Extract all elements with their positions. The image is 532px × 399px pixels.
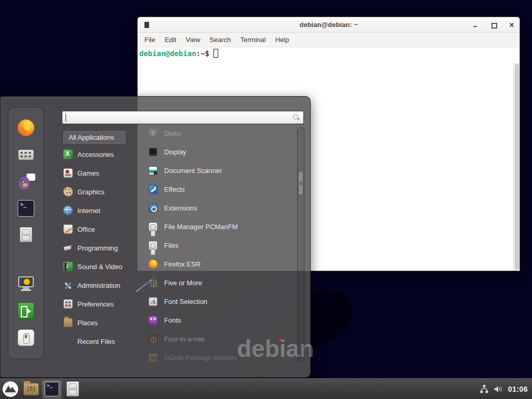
- search-icon: [293, 114, 300, 121]
- terminal-titlebar[interactable]: debian@debian: ~: [138, 17, 520, 33]
- preferences-icon: [63, 299, 73, 309]
- category-programming[interactable]: Programming: [60, 238, 138, 257]
- category-administration[interactable]: Administration: [60, 276, 138, 295]
- prompt-user-host: debian@debian: [139, 49, 196, 58]
- menu-logo-icon: [2, 381, 19, 397]
- menu-terminal[interactable]: Terminal: [236, 33, 271, 47]
- terminal-window-icon: [144, 22, 149, 28]
- search-box[interactable]: [62, 111, 304, 124]
- category-office[interactable]: Office: [60, 220, 138, 238]
- app-font-selection[interactable]: Font Selection: [147, 292, 297, 311]
- category-internet[interactable]: Internet: [60, 201, 138, 220]
- document-scanner-icon: [149, 166, 157, 175]
- category-games[interactable]: Games: [60, 164, 138, 182]
- office-icon: [63, 224, 73, 234]
- file-manager-icon[interactable]: [20, 227, 32, 242]
- display-icon: [149, 148, 157, 156]
- menu-file[interactable]: File: [140, 33, 160, 47]
- menu-scrollbar[interactable]: [297, 127, 304, 362]
- app-five-or-more[interactable]: Five or More: [147, 273, 297, 292]
- app-display[interactable]: Display: [147, 142, 297, 161]
- games-icon: [63, 168, 73, 178]
- terminal-cursor: [214, 49, 218, 58]
- programming-icon: [63, 243, 73, 252]
- administration-icon: [63, 281, 73, 290]
- app-files[interactable]: Files: [147, 236, 297, 255]
- extensions-icon: [149, 204, 157, 212]
- category-accessories[interactable]: Accessories: [60, 145, 138, 164]
- internet-icon: [63, 206, 73, 215]
- search-input[interactable]: [65, 112, 289, 123]
- minimize-icon[interactable]: [472, 21, 479, 29]
- log-out-icon[interactable]: [18, 302, 34, 319]
- terminal-taskbar-button[interactable]: [42, 379, 62, 399]
- firefox-icon: [149, 260, 157, 269]
- firefox-favorite-icon[interactable]: [18, 119, 34, 136]
- terminal-scrollbar[interactable]: [513, 63, 520, 271]
- terminal-favorite-icon[interactable]: [18, 200, 34, 217]
- menu-help[interactable]: Help: [271, 33, 294, 47]
- window-title: debian@debian: ~: [138, 21, 520, 29]
- app-document-scanner[interactable]: Document Scanner: [147, 161, 297, 180]
- folder-d-icon: [D]: [23, 383, 39, 395]
- menu-edit[interactable]: Edit: [160, 33, 181, 47]
- applications-menu: debian All Applications Accessories Game…: [0, 96, 311, 378]
- file-cabinet-button[interactable]: [63, 379, 83, 399]
- taskbar: [D] 01:06: [0, 378, 532, 399]
- monitor-base: [21, 289, 31, 291]
- menu-button[interactable]: [1, 379, 20, 399]
- places-icon: [63, 318, 73, 327]
- font-selection-icon: [149, 297, 157, 306]
- app-gdebi[interactable]: GDebi Package Installer: [147, 348, 297, 367]
- keyboard-icon[interactable]: [18, 147, 34, 163]
- app-fonts[interactable]: Fonts: [147, 311, 297, 329]
- pidgin-bird: [19, 177, 30, 190]
- menu-search[interactable]: Search: [205, 33, 235, 47]
- sound-video-icon: [63, 262, 73, 271]
- monitor: [18, 276, 34, 287]
- all-applications-button[interactable]: All Applications: [62, 130, 127, 145]
- file-manager-d-button[interactable]: [D]: [21, 379, 41, 399]
- file-cabinet-icon: [149, 222, 157, 231]
- lock-screen-icon[interactable]: [18, 275, 34, 292]
- category-sound-video[interactable]: Sound & Video: [60, 257, 138, 276]
- volume-icon[interactable]: [494, 385, 503, 393]
- folder-d-label: [D]: [24, 386, 38, 392]
- app-disks[interactable]: Disks: [147, 124, 297, 142]
- app-extensions[interactable]: Extensions: [147, 198, 297, 217]
- category-graphics[interactable]: Graphics: [60, 182, 138, 201]
- four-in-a-row-icon: [149, 335, 157, 343]
- menu-scrollbar-thumb[interactable]: [298, 171, 303, 195]
- accessories-icon: [63, 150, 73, 159]
- app-four-in-a-row[interactable]: Four-in-a-row: [147, 329, 297, 348]
- category-preferences[interactable]: Preferences: [60, 295, 138, 313]
- graphics-icon: [63, 187, 73, 196]
- file-cabinet-icon: [66, 381, 79, 396]
- app-firefox-esr[interactable]: Firefox ESR: [147, 255, 297, 273]
- prompt-line: debian@debian:~$: [139, 49, 218, 58]
- terminal-scrollbar-thumb[interactable]: [515, 64, 519, 270]
- network-icon[interactable]: [480, 384, 489, 393]
- shut-down-icon[interactable]: [18, 329, 34, 346]
- recent-files[interactable]: Recent Files: [77, 332, 115, 351]
- app-file-manager-pcmanfm[interactable]: File Manager PCManFM: [147, 217, 297, 236]
- gdebi-icon: [149, 353, 157, 362]
- terminal-menubar: File Edit View Search Terminal Help: [138, 33, 520, 47]
- taskbar-clock[interactable]: 01:06: [508, 385, 528, 393]
- menu-view[interactable]: View: [181, 33, 205, 47]
- pidgin-icon[interactable]: [18, 174, 34, 190]
- close-icon[interactable]: [508, 21, 515, 29]
- effects-icon: [149, 185, 157, 194]
- terminal-icon: [45, 382, 59, 396]
- file-cabinet-icon: [149, 241, 157, 250]
- app-effects[interactable]: Effects: [147, 180, 297, 198]
- fonts-icon: [149, 316, 157, 325]
- keyboard-keys: [18, 150, 34, 160]
- category-places[interactable]: Places: [60, 313, 138, 332]
- maximize-icon[interactable]: [490, 21, 497, 29]
- prompt-path: :~$: [196, 49, 209, 58]
- disks-icon: [149, 129, 157, 138]
